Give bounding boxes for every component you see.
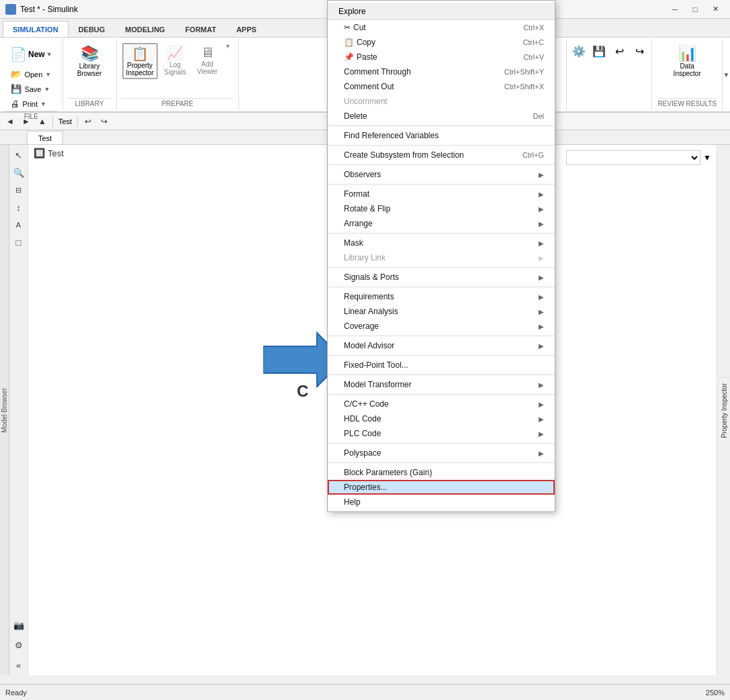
- menu-item-observers[interactable]: Observers ▶: [328, 167, 555, 182]
- library-label: LibraryBrowser: [77, 62, 102, 77]
- menu-item-mask[interactable]: Mask ▶: [328, 236, 555, 250]
- save-icon: 💾: [11, 84, 21, 94]
- print-button[interactable]: 🖨 Print ▼: [6, 97, 56, 111]
- minimize-button[interactable]: ─: [666, 2, 684, 17]
- paste-icon: 📌: [344, 52, 354, 62]
- zoom-out-tool[interactable]: ⊟: [11, 183, 26, 197]
- menu-item-rotate-flip[interactable]: Rotate & Flip ▶: [328, 201, 555, 216]
- toolbar-redo[interactable]: ↪: [97, 115, 111, 128]
- separator-4: [328, 184, 555, 185]
- menu-item-coverage[interactable]: Coverage ▶: [328, 319, 555, 334]
- prepare-overflow[interactable]: ▼: [225, 43, 233, 50]
- menu-item-fixed-point-tool[interactable]: Fixed-Point Tool...: [328, 358, 555, 372]
- property-inspector-label: PropertyInspector: [126, 62, 154, 77]
- canvas-model-icon: 🔲: [34, 148, 45, 158]
- separator-7: [328, 287, 555, 287]
- prepare-section-label: PREPARE: [122, 98, 233, 109]
- tab-apps[interactable]: APPS: [226, 21, 267, 37]
- menu-item-find-referenced[interactable]: Find Referenced Variables: [328, 128, 555, 143]
- right-sidebar: Property Inspector: [717, 145, 730, 675]
- menu-item-signals-ports[interactable]: Signals & Ports ▶: [328, 270, 555, 285]
- hand-tool[interactable]: ↕: [11, 200, 26, 215]
- undo-btn[interactable]: ↩: [610, 43, 629, 60]
- menu-item-uncomment: Uncomment: [328, 94, 555, 109]
- new-button[interactable]: 📄 New ▼: [5, 43, 57, 66]
- menu-item-comment-out[interactable]: Comment Out Ctrl+Shift+X: [328, 79, 555, 94]
- separator-1: [328, 126, 555, 126]
- menu-item-cpp-code[interactable]: C/C++ Code ▶: [328, 397, 555, 411]
- menu-item-model-advisor[interactable]: Model Advisor ▶: [328, 338, 555, 353]
- ribbon-overflow[interactable]: ▼: [722, 39, 730, 110]
- menu-item-requirements[interactable]: Requirements ▶: [328, 289, 555, 304]
- svg-text:C: C: [297, 382, 308, 400]
- screenshot-tool[interactable]: 📷: [11, 617, 26, 632]
- ribbon-section-library: 📚 LibraryBrowser LIBRARY: [63, 39, 117, 110]
- open-icon: 📂: [11, 69, 21, 79]
- menu-item-polyspace[interactable]: Polyspace ▶: [328, 446, 555, 460]
- menu-item-hdl-code[interactable]: HDL Code ▶: [328, 411, 555, 426]
- menu-item-block-parameters[interactable]: Block Parameters (Gain): [328, 465, 555, 480]
- data-inspector-button[interactable]: 📊 DataInspector: [670, 43, 704, 79]
- menu-item-explore[interactable]: Explore: [328, 3, 555, 20]
- canvas-search-select[interactable]: [566, 150, 700, 165]
- explore-label: Explore: [338, 7, 366, 16]
- canvas-search-area: ▼: [566, 150, 711, 165]
- menu-item-arrange[interactable]: Arrange ▶: [328, 216, 555, 231]
- menu-item-properties[interactable]: Properties...: [328, 480, 555, 495]
- tab-debug[interactable]: DEBUG: [69, 21, 116, 37]
- status-text: Ready: [5, 689, 27, 697]
- ribbon-section-prepare: 📋 PropertyInspector 📈 LogSignals 🖥 AddVi…: [117, 39, 239, 110]
- settings-tool[interactable]: ⚙: [11, 638, 26, 652]
- zoom-level: 250%: [706, 689, 725, 697]
- select-tool[interactable]: ↖: [11, 148, 26, 162]
- restore-button[interactable]: □: [686, 2, 704, 17]
- menu-item-comment-through[interactable]: Comment Through Ctrl+Shift+Y: [328, 64, 555, 79]
- close-button[interactable]: ✕: [706, 2, 725, 17]
- context-menu: Explore ✂ Cut Ctrl+X 📋 Copy Ctrl+C 📌 Pas…: [327, 0, 555, 512]
- library-section-label: LIBRARY: [69, 98, 111, 109]
- add-viewer-icon: 🖥: [201, 45, 214, 60]
- text-tool[interactable]: A: [11, 217, 26, 232]
- zoom-in-tool[interactable]: 🔍: [11, 165, 26, 180]
- settings-icon-1: ⚙️: [572, 45, 586, 58]
- separator-3: [328, 164, 555, 165]
- status-bar: Ready 250%: [0, 684, 730, 700]
- add-viewer-button[interactable]: 🖥 AddViewer: [193, 43, 222, 77]
- new-icon: 📄: [10, 46, 27, 62]
- menu-item-cut[interactable]: ✂ Cut Ctrl+X: [328, 20, 555, 35]
- tab-simulation[interactable]: SIMULATION: [3, 21, 69, 37]
- log-signals-button[interactable]: 📈 LogSignals: [161, 43, 190, 78]
- toolbar-undo[interactable]: ↩: [81, 115, 95, 128]
- open-button[interactable]: 📂 Open ▼: [6, 67, 56, 81]
- settings-btn-1[interactable]: ⚙️: [569, 43, 588, 60]
- menu-item-delete[interactable]: Delete Del: [328, 109, 555, 123]
- data-inspector-icon: 📊: [678, 45, 696, 62]
- menu-item-copy[interactable]: 📋 Copy Ctrl+C: [328, 35, 555, 50]
- menu-item-library-link: Library Link ▶: [328, 250, 555, 265]
- menu-item-create-subsystem[interactable]: Create Subsystem from Selection Ctrl+G: [328, 148, 555, 162]
- property-inspector-tab[interactable]: Property Inspector: [719, 377, 730, 444]
- tab-format[interactable]: FORMAT: [175, 21, 226, 37]
- model-tab-test[interactable]: Test: [27, 131, 63, 144]
- redo-btn[interactable]: ↪: [630, 43, 649, 60]
- separator-8: [328, 336, 555, 336]
- menu-item-linear-analysis[interactable]: Linear Analysis ▶: [328, 304, 555, 319]
- save-button[interactable]: 💾 Save ▼: [6, 82, 56, 96]
- menu-item-plc-code[interactable]: PLC Code ▶: [328, 426, 555, 441]
- canvas-dropdown-btn[interactable]: ▼: [703, 153, 711, 162]
- menu-item-help[interactable]: Help: [328, 495, 555, 509]
- undo-icon: ↩: [615, 45, 624, 58]
- shape-tool[interactable]: □: [11, 235, 26, 250]
- menu-item-format[interactable]: Format ▶: [328, 187, 555, 201]
- redo-icon: ↪: [635, 45, 644, 58]
- new-arrow: ▼: [46, 51, 52, 58]
- collapse-tool[interactable]: «: [11, 658, 26, 672]
- separator-10: [328, 374, 555, 375]
- property-inspector-button[interactable]: 📋 PropertyInspector: [122, 43, 158, 79]
- settings-btn-2[interactable]: 💾: [590, 43, 608, 60]
- left-sidebar: ↖ 🔍 ⊟ ↕ A □ 📷 ⚙ «: [9, 145, 28, 675]
- library-browser-button[interactable]: 📚 LibraryBrowser: [72, 43, 107, 79]
- menu-item-paste[interactable]: 📌 Paste Ctrl+V: [328, 50, 555, 64]
- menu-item-model-transformer[interactable]: Model Transformer ▶: [328, 377, 555, 392]
- tab-modeling[interactable]: MODELING: [115, 21, 175, 37]
